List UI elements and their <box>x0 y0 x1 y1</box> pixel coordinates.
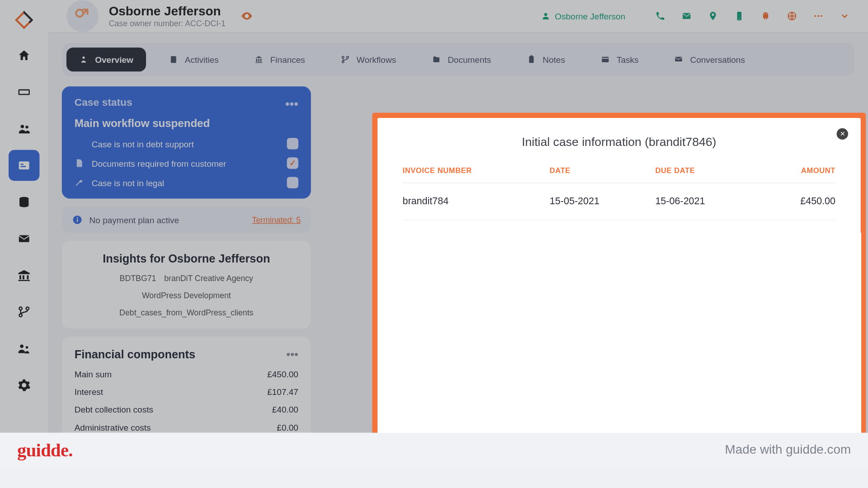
svg-point-15 <box>76 9 83 17</box>
nav-settings[interactable] <box>9 370 39 400</box>
svg-point-29 <box>342 56 344 58</box>
svg-point-20 <box>739 19 740 19</box>
svg-point-16 <box>245 15 248 17</box>
wrench-icon <box>75 178 84 187</box>
svg-point-26 <box>821 15 822 17</box>
tab-notes-label: Notes <box>542 55 565 65</box>
insight-tag[interactable]: Debt_cases_from_WordPress_clients <box>119 308 253 317</box>
phone-icon[interactable] <box>655 11 665 21</box>
svg-marker-1 <box>16 12 32 28</box>
svg-point-38 <box>77 217 78 218</box>
chevron-down-icon[interactable] <box>840 11 850 21</box>
insight-tag[interactable]: WordPress Development <box>142 291 231 300</box>
status-checkbox-2[interactable]: ✓ <box>287 157 298 169</box>
nav-mail[interactable] <box>9 223 39 254</box>
tab-overview-label: Overview <box>95 55 133 65</box>
signed-in-user-name: Osborne Jefferson <box>555 11 625 21</box>
sidebar <box>0 0 48 433</box>
tab-tasks-label: Tasks <box>617 55 639 65</box>
payment-plan-text: No payment plan active <box>90 215 179 225</box>
fin-value: £107.47 <box>267 387 298 397</box>
fin-label: Administrative costs <box>75 422 151 432</box>
svg-point-12 <box>19 314 22 317</box>
svg-rect-2 <box>19 90 29 94</box>
app-logo <box>14 10 34 30</box>
status-row-2: Documents required from customer <box>92 158 226 168</box>
nav-bank[interactable] <box>9 260 39 291</box>
invoice-table: INVOICE NUMBER DATE DUE DATE AMOUNT bran… <box>402 166 835 220</box>
status-checkbox-1[interactable] <box>287 138 298 149</box>
tab-tasks[interactable]: Tasks <box>588 47 651 71</box>
tab-activities[interactable]: Activities <box>156 47 231 71</box>
svg-rect-28 <box>171 56 176 63</box>
nav-case[interactable] <box>9 150 39 181</box>
location-icon[interactable] <box>708 11 718 21</box>
guidde-footer: guidde. Made with guidde.com <box>0 433 868 467</box>
android-icon[interactable] <box>760 11 771 21</box>
nav-people[interactable] <box>9 113 39 144</box>
col-due: DUE DATE <box>655 166 761 183</box>
payment-plan-bar: No payment plan active Terminated: 5 <box>62 206 311 233</box>
insight-tag[interactable]: BDTBG71 <box>120 273 156 282</box>
nav-branch[interactable] <box>9 296 39 327</box>
financial-more-icon[interactable]: ••• <box>286 348 298 361</box>
nav-team[interactable] <box>9 333 39 364</box>
cell-amount: £450.00 <box>761 183 835 220</box>
svg-rect-34 <box>602 57 609 62</box>
globe-icon[interactable] <box>787 11 797 21</box>
svg-rect-35 <box>675 57 682 61</box>
cell-due: 15-06-2021 <box>655 183 761 220</box>
cell-date: 15-05-2021 <box>550 183 656 220</box>
tab-finances[interactable]: Finances <box>241 47 317 71</box>
email-icon[interactable] <box>681 11 692 21</box>
status-subtitle: Main workflow suspended <box>75 117 298 130</box>
owner-avatar[interactable] <box>66 0 99 32</box>
mobile-icon[interactable] <box>734 11 745 21</box>
svg-rect-37 <box>77 219 78 222</box>
tab-overview[interactable]: Overview <box>66 47 146 71</box>
cell-invoice: brandit784 <box>402 183 549 220</box>
guidde-logo: guidde. <box>17 439 73 460</box>
svg-point-22 <box>766 14 767 14</box>
svg-rect-7 <box>21 166 26 167</box>
svg-point-3 <box>21 125 24 128</box>
insights-title: Insights for Osborne Jefferson <box>75 253 298 266</box>
file-icon <box>75 159 84 168</box>
table-row[interactable]: brandit784 15-05-2021 15-06-2021 £450.00 <box>402 183 835 220</box>
made-with-text: Made with guidde.com <box>725 442 851 457</box>
owner-name: Osborne Jefferson <box>109 4 226 19</box>
svg-point-13 <box>20 345 24 348</box>
svg-point-25 <box>817 15 819 17</box>
svg-rect-32 <box>529 56 533 63</box>
tab-activities-label: Activities <box>185 55 219 65</box>
case-tabs: Overview Activities Finances Workflows <box>62 43 854 76</box>
signed-in-user[interactable]: Osborne Jefferson <box>541 11 625 21</box>
svg-point-14 <box>26 346 28 349</box>
tab-documents-label: Documents <box>448 55 491 65</box>
close-icon[interactable]: ✕ <box>837 128 848 140</box>
svg-point-24 <box>815 15 816 17</box>
svg-point-4 <box>25 126 28 128</box>
insight-tag[interactable]: branDiT Creative Agency <box>164 273 253 282</box>
status-checkbox-3[interactable] <box>287 177 298 188</box>
nav-home[interactable] <box>9 40 39 71</box>
tab-documents[interactable]: Documents <box>419 47 504 71</box>
more-icon[interactable] <box>813 11 824 21</box>
tab-workflows[interactable]: Workflows <box>328 47 409 71</box>
terminated-link[interactable]: Terminated: 5 <box>252 215 301 224</box>
nav-tickets[interactable] <box>9 77 39 108</box>
owner-subtitle: Case owner number: ACC-DCI-1 <box>109 19 226 28</box>
nav-database[interactable] <box>9 187 39 217</box>
tab-conversations[interactable]: Conversations <box>661 47 758 71</box>
status-row-3: Case is not in legal <box>92 178 165 188</box>
col-date: DATE <box>550 166 656 183</box>
svg-point-27 <box>82 56 85 59</box>
fin-label: Main sum <box>75 369 112 379</box>
initial-case-modal: ✕ Initial case information (brandit7846)… <box>377 118 861 433</box>
watch-icon[interactable] <box>241 10 253 23</box>
svg-point-11 <box>26 307 29 310</box>
tab-notes[interactable]: Notes <box>514 47 578 71</box>
status-more-icon[interactable]: ••• <box>285 97 298 112</box>
modal-title: Initial case information (brandit7846) <box>402 135 835 149</box>
status-row-1: Case is not in debt support <box>92 139 194 149</box>
